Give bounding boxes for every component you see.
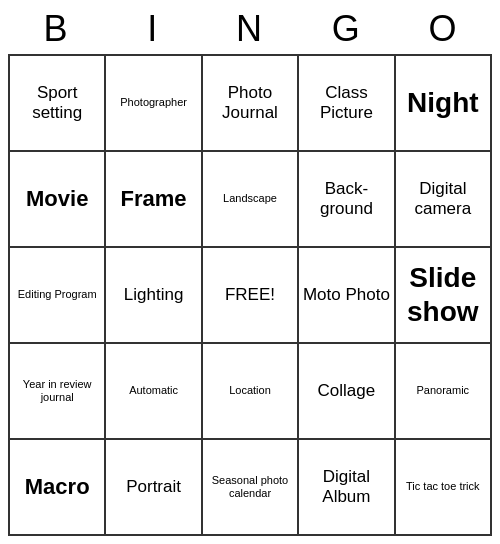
bingo-cell-12: FREE! [203,248,299,344]
cell-text: Collage [318,381,376,401]
cell-text: Seasonal photo calendar [206,474,294,500]
bingo-cell-9: Digital camera [396,152,492,248]
bingo-cell-15: Year in review journal [10,344,106,440]
cell-text: Class Picture [302,83,390,124]
bingo-cell-11: Lighting [106,248,202,344]
header-letter: O [395,8,492,50]
cell-text: Panoramic [417,384,470,397]
bingo-cell-4: Night [396,56,492,152]
cell-text: Automatic [129,384,178,397]
bingo-cell-18: Collage [299,344,395,440]
cell-text: Macro [25,474,90,500]
bingo-cell-16: Automatic [106,344,202,440]
cell-text: Movie [26,186,88,212]
cell-text: Location [229,384,271,397]
bingo-cell-10: Editing Program [10,248,106,344]
cell-text: Portrait [126,477,181,497]
cell-text: Photo Journal [206,83,294,124]
bingo-cell-23: Digital Album [299,440,395,536]
cell-text: Night [407,86,479,120]
bingo-cell-13: Moto Photo [299,248,395,344]
cell-text: Digital camera [399,179,487,220]
bingo-cell-3: Class Picture [299,56,395,152]
bingo-grid: Sport settingPhotographerPhoto JournalCl… [8,54,492,536]
header-letter: B [8,8,105,50]
bingo-cell-21: Portrait [106,440,202,536]
cell-text: Frame [121,186,187,212]
bingo-cell-14: Slide show [396,248,492,344]
bingo-cell-17: Location [203,344,299,440]
cell-text: FREE! [225,285,275,305]
cell-text: Landscape [223,192,277,205]
bingo-cell-7: Landscape [203,152,299,248]
bingo-cell-22: Seasonal photo calendar [203,440,299,536]
cell-text: Digital Album [302,467,390,508]
cell-text: Year in review journal [13,378,101,404]
header-letter: N [202,8,299,50]
bingo-cell-6: Frame [106,152,202,248]
bingo-cell-19: Panoramic [396,344,492,440]
bingo-cell-1: Photographer [106,56,202,152]
bingo-header: BINGO [8,8,492,50]
cell-text: Slide show [399,261,487,328]
header-letter: I [105,8,202,50]
bingo-cell-24: Tic tac toe trick [396,440,492,536]
cell-text: Editing Program [18,288,97,301]
bingo-cell-20: Macro [10,440,106,536]
bingo-cell-2: Photo Journal [203,56,299,152]
cell-text: Lighting [124,285,184,305]
cell-text: Back-ground [302,179,390,220]
cell-text: Moto Photo [303,285,390,305]
cell-text: Sport setting [13,83,101,124]
cell-text: Tic tac toe trick [406,480,480,493]
cell-text: Photographer [120,96,187,109]
bingo-cell-5: Movie [10,152,106,248]
bingo-cell-8: Back-ground [299,152,395,248]
header-letter: G [298,8,395,50]
bingo-cell-0: Sport setting [10,56,106,152]
